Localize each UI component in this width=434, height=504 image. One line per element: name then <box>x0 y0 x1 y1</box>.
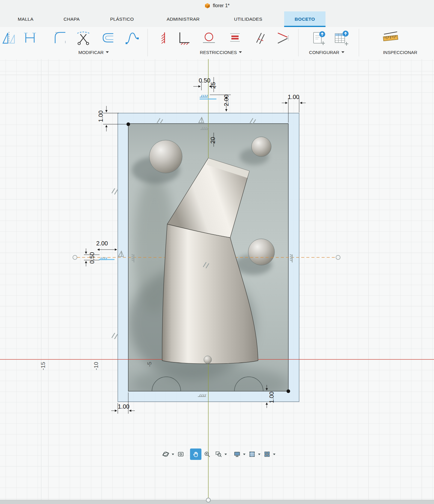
sketch-svg <box>0 59 434 504</box>
group-restricciones-label: RESTRICCIONES <box>200 50 237 55</box>
trim-scissors-icon <box>75 29 92 46</box>
parameters-table-icon <box>333 29 349 46</box>
mirror-icon <box>0 29 17 46</box>
display-settings-button[interactable] <box>231 448 243 460</box>
tab-utilidades[interactable]: UTILIDADES <box>226 11 271 27</box>
sketch-settings-button[interactable] <box>310 29 327 46</box>
parameters-table-button[interactable] <box>333 29 349 46</box>
dropdown-arrow-icon <box>341 51 344 53</box>
measure-ruler-icon <box>382 29 399 46</box>
sketch-point-bottom-right[interactable] <box>287 389 290 393</box>
grid-label: -15 <box>40 362 46 370</box>
document-cube-icon <box>204 3 210 9</box>
dimension-value[interactable]: 0.50 <box>199 77 210 84</box>
ribbon-toolbar: MODIFICAR RESTRICCIONES CONFIGURAR INSPE… <box>0 27 434 59</box>
viewports-icon <box>264 451 270 458</box>
dropdown-arrow-icon[interactable] <box>224 454 227 455</box>
dimension-value[interactable]: 0.50 <box>89 252 96 264</box>
dimension-value[interactable]: 1.00 <box>268 392 275 403</box>
sphere-boss-mid-right[interactable] <box>248 239 275 265</box>
perpendicular-constraint-icon <box>175 29 192 46</box>
perpendicular-constraint-button[interactable] <box>175 29 192 46</box>
group-restricciones[interactable]: RESTRICCIONES <box>188 49 254 56</box>
offset-tool-button[interactable] <box>100 29 116 46</box>
equal-constraint-icon <box>226 29 243 46</box>
window-zoom-icon <box>215 451 222 458</box>
dimension-value[interactable]: 1.00 <box>288 94 299 100</box>
tangent-constraint-button[interactable] <box>200 29 217 46</box>
dropdown-arrow-icon[interactable] <box>258 454 260 455</box>
mirror-tool-button[interactable] <box>0 29 17 46</box>
group-configurar-label: CONFIGURAR <box>309 50 339 55</box>
display-settings-icon <box>234 451 240 458</box>
bottom-edge-bar <box>0 500 434 504</box>
app-header: florer 1* MALLA CHAPA PLÁSTICO ADMINISTR… <box>0 0 434 59</box>
dimension-value[interactable]: 2.00 <box>223 94 230 106</box>
grid-settings-button[interactable] <box>246 448 258 460</box>
document-title: florer 1* <box>213 3 230 8</box>
pattern-icon <box>22 29 38 46</box>
trim-tool-button[interactable] <box>75 29 92 46</box>
orbit-icon <box>162 451 169 458</box>
orbit-button[interactable] <box>160 448 171 460</box>
group-inspeccionar[interactable]: INSPECCIONAR <box>364 49 434 56</box>
dimension-value[interactable]: 25 <box>210 82 217 88</box>
viewports-button[interactable] <box>261 448 273 460</box>
offset-icon <box>100 29 116 46</box>
titlebar: florer 1* <box>0 0 434 11</box>
dropdown-arrow-icon[interactable] <box>172 454 174 455</box>
measure-tool-button[interactable] <box>382 29 399 46</box>
grid-label: -5 <box>146 362 153 367</box>
spline-icon <box>123 29 140 46</box>
tab-malla[interactable]: MALLA <box>11 11 40 27</box>
dimension-value[interactable]: 2.00 <box>96 240 108 247</box>
fillet-icon <box>52 29 68 46</box>
horizontal-vertical-constraint-button[interactable] <box>154 29 171 46</box>
window-zoom-button[interactable] <box>213 448 224 460</box>
sketch-canvas[interactable]: 0.50 25 2.00 1.00 1.00 20 2.00 0.50 1.00… <box>0 59 434 504</box>
pan-button[interactable] <box>190 448 201 460</box>
zoom-button[interactable] <box>201 448 213 460</box>
parallel-constraint-icon <box>251 29 268 46</box>
construction-endpoint-left[interactable] <box>73 255 77 260</box>
tab-chapa[interactable]: CHAPA <box>57 11 86 27</box>
symmetry-constraint-icon <box>274 29 290 46</box>
fillet-tool-button[interactable] <box>52 29 68 46</box>
dropdown-arrow-icon <box>106 51 109 53</box>
group-configurar[interactable]: CONFIGURAR <box>300 49 353 56</box>
pan-hand-icon <box>192 451 199 458</box>
tab-administrar[interactable]: ADMINISTRAR <box>158 11 208 27</box>
dropdown-arrow-icon[interactable] <box>243 454 245 455</box>
equal-constraint-button[interactable] <box>226 29 243 46</box>
sketch-settings-doc-icon <box>310 29 327 46</box>
toolbar-separator <box>147 29 148 56</box>
dimension-value[interactable]: 1.00 <box>97 110 104 122</box>
sphere-boss-top-right[interactable] <box>251 137 271 157</box>
group-inspeccionar-label: INSPECCIONAR <box>383 50 417 55</box>
look-at-button[interactable] <box>175 448 186 460</box>
origin-point-ball[interactable] <box>204 356 212 364</box>
look-at-icon <box>177 451 184 458</box>
view-navigation-toolbar <box>160 448 276 460</box>
toolbar-separator <box>298 29 299 56</box>
group-modificar[interactable]: MODIFICAR <box>68 49 119 56</box>
dimension-value[interactable]: 20 <box>210 137 216 143</box>
rectangular-pattern-tool-button[interactable] <box>22 29 38 46</box>
tab-plastico[interactable]: PLÁSTICO <box>104 11 140 27</box>
y-axis-endpoint-knob <box>206 498 211 502</box>
dropdown-arrow-icon[interactable] <box>273 454 275 455</box>
tab-boceto[interactable]: BOCETO <box>284 11 326 27</box>
symmetry-constraint-button[interactable] <box>274 29 290 46</box>
toolbar-separator <box>359 29 359 56</box>
ribbon-tabs: MALLA CHAPA PLÁSTICO ADMINISTRAR UTILIDA… <box>0 11 434 27</box>
grid-label: -10 <box>93 362 100 370</box>
parallel-constraint-button[interactable] <box>251 29 268 46</box>
tangent-constraint-icon <box>200 29 217 46</box>
dimension-value[interactable]: 1.00 <box>118 403 129 410</box>
construction-endpoint-right[interactable] <box>336 255 340 260</box>
spline-tool-button[interactable] <box>123 29 140 46</box>
zoom-icon <box>204 451 210 458</box>
sphere-boss-large[interactable] <box>149 140 182 173</box>
grid-settings-icon <box>249 451 255 458</box>
horizontal-vertical-constraint-icon <box>154 29 171 46</box>
